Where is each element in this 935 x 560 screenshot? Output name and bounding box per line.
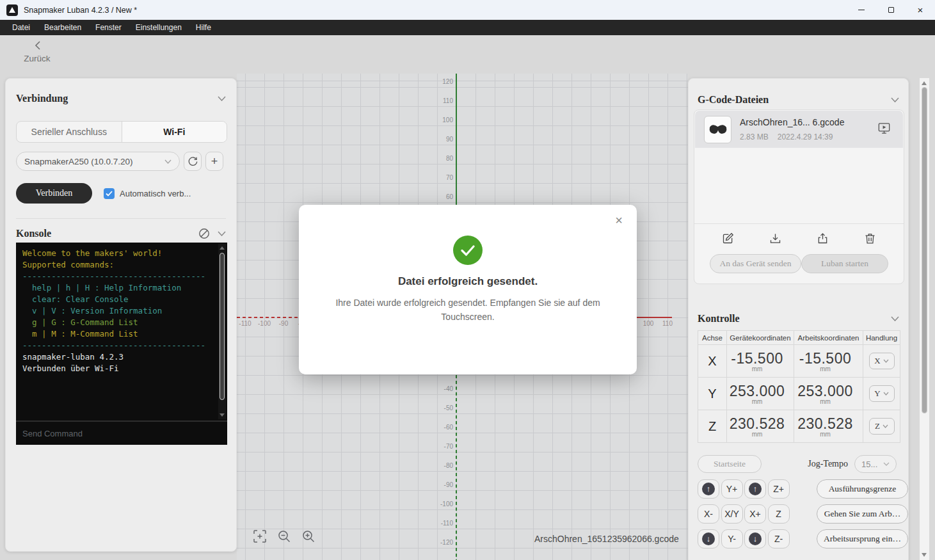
- y-action-dropdown[interactable]: Y: [869, 385, 895, 402]
- y-axis-tick: 120: [442, 78, 453, 85]
- chevron-down-icon[interactable]: [218, 96, 226, 101]
- console-input-bar: [16, 420, 227, 445]
- go-to-work-origin-button[interactable]: Gehen Sie zum Arb…: [817, 504, 908, 524]
- modal-close-button[interactable]: ×: [615, 212, 623, 228]
- console-output[interactable]: Welcome to the makers' world!Supported c…: [16, 243, 227, 420]
- y-axis-tick: -90: [444, 481, 453, 488]
- scroll-up-icon[interactable]: [220, 246, 225, 250]
- jog-z-button[interactable]: Z: [768, 504, 790, 524]
- connect-button[interactable]: Verbinden: [16, 183, 92, 204]
- arrow-down-icon: ↓: [702, 532, 715, 545]
- chevron-down-icon: [164, 159, 172, 164]
- console-line: Welcome to the makers' world!: [22, 248, 216, 259]
- scroll-down-icon[interactable]: [922, 553, 927, 557]
- maximize-button[interactable]: [876, 0, 906, 20]
- send-to-device-button[interactable]: An das Gerät senden: [710, 254, 801, 273]
- arrow-down-icon: ↓: [749, 532, 762, 545]
- main-scrollbar[interactable]: [920, 78, 929, 560]
- fit-view-button[interactable]: [252, 529, 268, 544]
- jog-down-button[interactable]: ↓: [744, 529, 766, 548]
- zoom-out-button[interactable]: [276, 529, 292, 544]
- col-action: Handlung: [863, 331, 900, 345]
- menu-item-einstellungen[interactable]: Einstellungen: [129, 20, 189, 35]
- x-action-dropdown[interactable]: X: [869, 353, 895, 369]
- arrow-up-icon: ↑: [749, 483, 762, 495]
- scroll-down-icon[interactable]: [220, 413, 225, 417]
- title-bar: Snapmaker Luban 4.2.3 / New * ×: [0, 0, 935, 20]
- minimize-button[interactable]: [847, 0, 876, 20]
- upload-icon[interactable]: [816, 232, 829, 245]
- console-title: Konsole: [16, 228, 51, 239]
- gcode-file-item[interactable]: ArschOhren_16... 6.gcode 2.83 MB2022.4.2…: [695, 111, 903, 148]
- jog-z+-button[interactable]: Z+: [768, 479, 790, 499]
- jog-x+-button[interactable]: X+: [744, 504, 766, 524]
- rename-icon[interactable]: [721, 232, 735, 245]
- jog-x--button[interactable]: X-: [698, 504, 719, 524]
- jog-y+-button[interactable]: Y+: [721, 479, 743, 499]
- device-select[interactable]: SnapmakerA250 (10.0.7.20): [16, 152, 180, 171]
- console-line: help | h | H : Help Information: [22, 282, 216, 294]
- connection-panel: Verbindung Serieller Anschluss Wi-Fi Sna…: [5, 78, 237, 552]
- x-axis-tick: -110: [239, 320, 251, 327]
- jog-z--button[interactable]: Z-: [768, 529, 790, 548]
- jog-up-button[interactable]: ↑: [698, 479, 719, 499]
- send-command-input[interactable]: [16, 429, 227, 438]
- zoom-in-button[interactable]: [301, 529, 316, 544]
- control-title: Kontrolle: [698, 313, 739, 324]
- auto-connect-checkbox[interactable]: [104, 188, 115, 199]
- y-axis-tick: -40: [444, 385, 453, 392]
- menu-item-hilfe[interactable]: Hilfe: [189, 20, 218, 35]
- add-device-button[interactable]: +: [205, 152, 223, 171]
- console-line: g | G : G-Command List: [22, 317, 216, 328]
- export-icon[interactable]: [769, 232, 782, 245]
- chevron-down-icon[interactable]: [891, 97, 899, 102]
- arrow-up-icon: ↑: [702, 483, 715, 495]
- delete-icon[interactable]: [863, 232, 877, 245]
- x-axis-tick: 110: [662, 320, 673, 327]
- back-label: Zurück: [18, 54, 56, 63]
- chevron-down-icon: [883, 359, 889, 363]
- monitor-play-icon[interactable]: [877, 121, 891, 136]
- menu-item-datei[interactable]: Datei: [5, 20, 37, 35]
- tab-wifi[interactable]: Wi-Fi: [122, 122, 227, 142]
- clear-console-icon[interactable]: [198, 228, 210, 239]
- main-scrollbar-thumb[interactable]: [922, 87, 927, 413]
- menu-item-bearbeiten[interactable]: Bearbeiten: [37, 20, 88, 35]
- x-work-coordinate: -15.500: [799, 350, 852, 367]
- console-scrollbar[interactable]: [218, 244, 226, 419]
- console-line: clear: Clear Console: [22, 294, 216, 305]
- chevron-down-icon[interactable]: [218, 231, 226, 236]
- start-in-luban-button[interactable]: Luban starten: [801, 254, 888, 273]
- y-axis-tick: 80: [446, 155, 453, 162]
- jog-y--button[interactable]: Y-: [721, 529, 743, 548]
- set-work-origin-button[interactable]: Arbeitsursprung ein…: [817, 529, 908, 548]
- gcode-file-name: ArschOhren_16... 6.gcode: [740, 117, 844, 127]
- chevron-down-icon: [883, 462, 890, 466]
- close-button[interactable]: ×: [906, 0, 935, 20]
- x-axis-tick: -90: [279, 320, 288, 327]
- refresh-devices-button[interactable]: [184, 152, 202, 171]
- z-action-dropdown[interactable]: Z: [869, 418, 895, 435]
- y-work-coordinate: 253.000: [797, 383, 853, 399]
- run-boundary-button[interactable]: Ausführungsgrenze: [817, 479, 908, 499]
- jog-speed-select[interactable]: 15...: [854, 455, 897, 473]
- menu-item-fenster[interactable]: Fenster: [88, 20, 129, 35]
- chevron-down-icon[interactable]: [891, 316, 899, 321]
- y-axis-tick: -120: [440, 539, 453, 546]
- jog-xy-button[interactable]: X/Y: [721, 504, 743, 524]
- table-row: Y 253.000mm 253.000mm Y: [698, 378, 900, 410]
- device-select-value: SnapmakerA250 (10.0.7.20): [24, 157, 133, 166]
- back-button[interactable]: Zurück: [18, 41, 56, 63]
- success-check-icon: [453, 236, 483, 265]
- console-line: --------------------------------------: [22, 271, 216, 282]
- console-scrollbar-thumb[interactable]: [220, 253, 225, 400]
- chevron-left-icon: [35, 41, 40, 50]
- jog-down-button[interactable]: ↓: [698, 529, 719, 548]
- tab-serial-port[interactable]: Serieller Anschluss: [17, 122, 122, 142]
- home-button[interactable]: Startseite: [698, 455, 762, 473]
- jog-up-button[interactable]: ↑: [744, 479, 766, 499]
- col-work: Arbeitskoordinaten: [794, 331, 863, 345]
- scroll-up-icon[interactable]: [922, 81, 927, 85]
- chevron-down-icon: [883, 424, 888, 428]
- app-logo-icon: [6, 4, 18, 16]
